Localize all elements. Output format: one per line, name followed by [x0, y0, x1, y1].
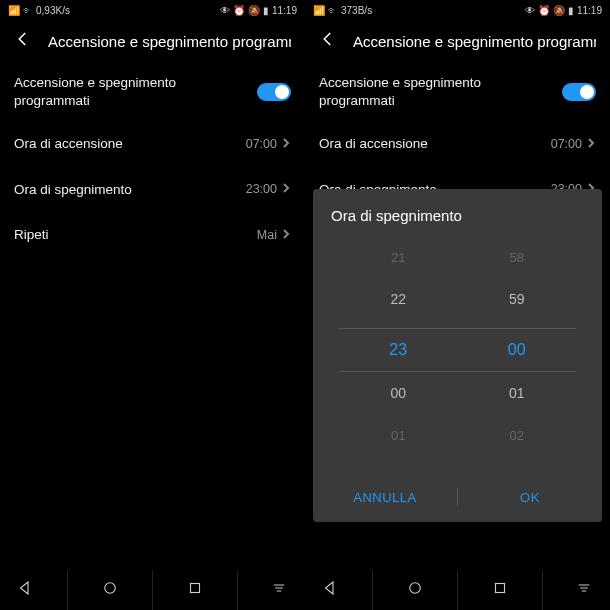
svg-rect-3 [495, 584, 504, 593]
hour-option[interactable]: 22 [390, 278, 406, 320]
row-repeat[interactable]: Ripeti Mai [305, 212, 610, 258]
toggle-on-icon[interactable] [257, 83, 291, 101]
row-label: Ripeti [14, 226, 49, 244]
row-value: Mai [257, 228, 277, 242]
picker-divider [339, 328, 576, 329]
hour-option[interactable]: 01 [391, 414, 405, 456]
time-picker[interactable]: 00 01 01 02 [313, 372, 602, 464]
phone-left: 📶 ᯤ 0,93K/s 👁 ⏰ 🔕 ▮ 11:19 Accensione e s… [0, 0, 305, 610]
svg-rect-1 [190, 584, 199, 593]
row-off-time[interactable]: Ora di spegnimento 23:00 [305, 167, 610, 213]
row-off-time[interactable]: Ora di spegnimento 23:00 [0, 167, 305, 213]
alarm-icon: ⏰ [233, 5, 245, 16]
row-label: Ora di accensione [14, 135, 123, 153]
nav-back-icon[interactable] [16, 579, 34, 601]
nav-separator [542, 570, 543, 610]
phone-right: 📶 ᯤ 373B/s 👁 ⏰ 🔕 ▮ 11:19 Accensione e sp… [305, 0, 610, 610]
row-on-time[interactable]: Ora di accensione 07:00 [305, 121, 610, 167]
button-separator [457, 488, 458, 506]
time-picker-selected: 23 00 [313, 329, 602, 371]
alarm-icon: ⏰ [538, 5, 550, 16]
nav-separator [457, 570, 458, 610]
toggle-on-icon[interactable] [562, 83, 596, 101]
row-label: Ora di spegnimento [319, 181, 437, 199]
nav-recent-icon[interactable] [491, 579, 509, 601]
nav-separator [372, 570, 373, 610]
dialog-buttons: ANNULLA OK [313, 472, 602, 522]
status-bar: 📶 ᯤ 0,93K/s 👁 ⏰ 🔕 ▮ 11:19 [0, 0, 305, 20]
wifi-icon: ᯤ [328, 5, 338, 16]
chevron-right-icon [281, 228, 291, 242]
battery-icon: ▮ [263, 5, 269, 16]
chevron-right-icon [281, 137, 291, 151]
row-schedule-toggle[interactable]: Accensione e spegnimento programmati [0, 62, 305, 121]
settings-list: Accensione e spegnimento programmati Ora… [305, 62, 610, 570]
signal-icon: 📶 [313, 5, 325, 16]
chevron-right-icon [281, 182, 291, 196]
hour-option[interactable]: 00 [390, 372, 406, 414]
nav-back-icon[interactable] [321, 579, 339, 601]
titlebar: Accensione e spegnimento programmati [305, 20, 610, 62]
minute-selected[interactable]: 00 [508, 329, 526, 371]
wifi-icon: ᯤ [23, 5, 33, 16]
nav-separator [152, 570, 153, 610]
chevron-right-icon [586, 228, 596, 242]
hour-selected[interactable]: 23 [389, 329, 407, 371]
clock-text: 11:19 [272, 5, 297, 16]
dnd-icon: 👁 [220, 5, 230, 16]
ok-button[interactable]: OK [458, 490, 602, 505]
clock-text: 11:19 [577, 5, 602, 16]
row-on-time[interactable]: Ora di accensione 07:00 [0, 121, 305, 167]
android-navbar [305, 570, 610, 610]
minute-option[interactable]: 59 [509, 278, 525, 320]
row-label: Ora di accensione [319, 135, 428, 153]
nav-home-icon[interactable] [101, 579, 119, 601]
android-navbar [0, 570, 305, 610]
back-icon[interactable] [14, 30, 32, 52]
hour-column[interactable]: 00 01 [339, 372, 458, 456]
nav-drawer-icon[interactable] [575, 579, 593, 601]
row-repeat[interactable]: Ripeti Mai [0, 212, 305, 258]
back-icon[interactable] [319, 30, 337, 52]
nav-recent-icon[interactable] [186, 579, 204, 601]
row-value: Mai [562, 228, 582, 242]
net-speed: 373B/s [341, 5, 372, 16]
svg-point-0 [105, 583, 116, 594]
net-speed: 0,93K/s [36, 5, 70, 16]
row-label: Ora di spegnimento [14, 181, 132, 199]
row-value: 07:00 [551, 137, 582, 151]
nav-home-icon[interactable] [406, 579, 424, 601]
minute-option[interactable]: 02 [510, 414, 524, 456]
signal-icon: 📶 [8, 5, 20, 16]
mute-icon: 🔕 [248, 5, 260, 16]
nav-drawer-icon[interactable] [270, 579, 288, 601]
nav-separator [67, 570, 68, 610]
svg-point-2 [410, 583, 421, 594]
battery-icon: ▮ [568, 5, 574, 16]
titlebar: Accensione e spegnimento programmati [0, 20, 305, 62]
dnd-icon: 👁 [525, 5, 535, 16]
row-label: Accensione e spegnimento programmati [14, 74, 214, 109]
minute-column[interactable]: 01 02 [458, 372, 577, 456]
minute-option[interactable]: 01 [509, 372, 525, 414]
row-value: 23:00 [551, 182, 582, 196]
row-value: 07:00 [246, 137, 277, 151]
nav-separator [237, 570, 238, 610]
row-value: 23:00 [246, 182, 277, 196]
chevron-right-icon [586, 182, 596, 196]
mute-icon: 🔕 [553, 5, 565, 16]
settings-list: Accensione e spegnimento programmati Ora… [0, 62, 305, 570]
page-title: Accensione e spegnimento programmati [353, 33, 596, 50]
row-label: Accensione e spegnimento programmati [319, 74, 519, 109]
picker-divider [339, 371, 576, 372]
row-schedule-toggle[interactable]: Accensione e spegnimento programmati [305, 62, 610, 121]
chevron-right-icon [586, 137, 596, 151]
row-label: Ripeti [319, 226, 354, 244]
cancel-button[interactable]: ANNULLA [313, 490, 457, 505]
page-title: Accensione e spegnimento programmati [48, 33, 291, 50]
status-bar: 📶 ᯤ 373B/s 👁 ⏰ 🔕 ▮ 11:19 [305, 0, 610, 20]
